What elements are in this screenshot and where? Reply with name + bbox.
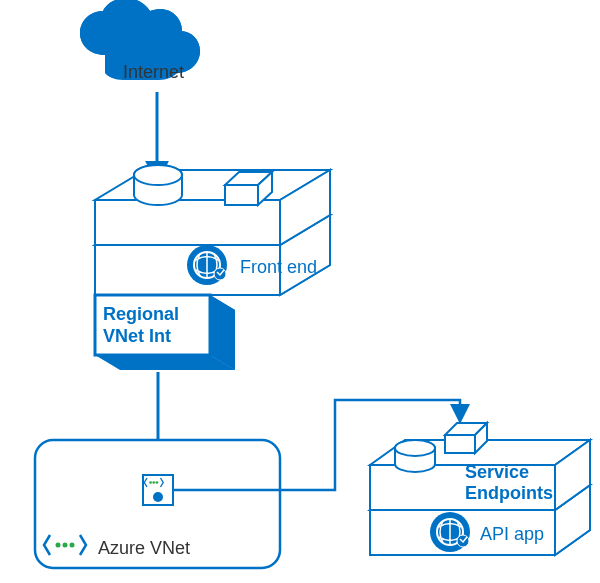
svg-marker-9 [225,185,258,205]
svg-point-25 [156,481,159,484]
internet-label: Internet [123,62,184,82]
svg-point-26 [153,492,163,502]
svg-point-23 [149,481,152,484]
svg-point-7 [134,165,182,185]
azure-vnet-label: Azure VNet [98,538,190,558]
svg-point-34 [395,440,435,456]
azure-vnet: Azure VNet [35,440,280,568]
vnet-endpoint-icon [143,475,173,505]
svg-point-19 [56,543,61,548]
svg-marker-36 [445,435,475,453]
cylinder-icon [395,440,435,472]
svg-point-24 [152,481,155,484]
front-end-appservice: Front end [95,165,330,295]
front-end-label: Front end [240,257,317,277]
service-endpoints-label-1: Service [465,462,529,482]
architecture-diagram: Internet [0,0,600,583]
cylinder-icon [134,165,182,205]
regional-vnet-int-label-2: VNet Int [103,326,171,346]
globe-icon [430,512,470,552]
regional-vnet-int-label-1: Regional [103,304,179,324]
api-app-appservice: Service Endpoints API app [370,423,590,555]
cube-icon [445,423,487,453]
globe-icon [187,245,227,285]
svg-point-21 [70,543,75,548]
service-endpoints-label-2: Endpoints [465,483,553,503]
svg-point-20 [63,543,68,548]
api-app-label: API app [480,524,544,544]
regional-vnet-int: Regional VNet Int [95,295,235,370]
